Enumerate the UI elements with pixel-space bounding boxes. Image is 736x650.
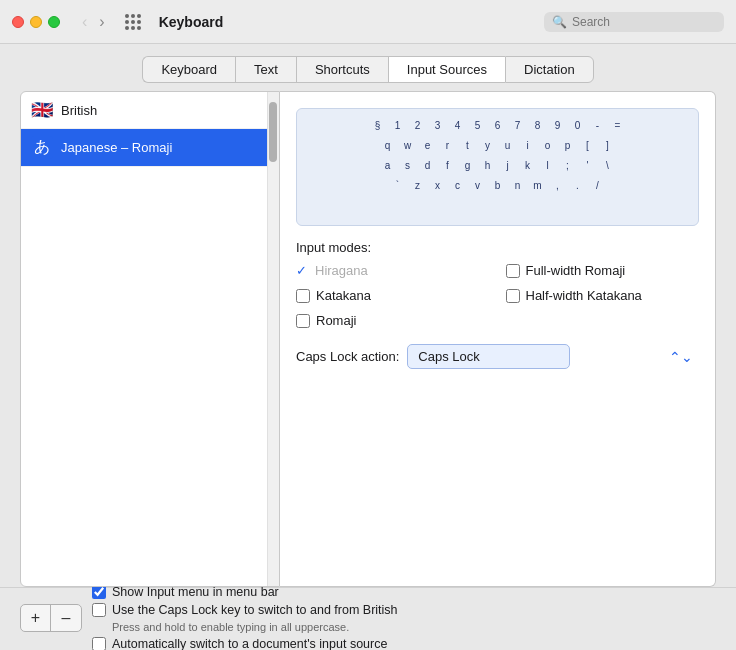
key-t: t: [459, 137, 477, 155]
caps-lock-subtext: Press and hold to enable typing in all u…: [112, 621, 716, 633]
source-japanese-romaji[interactable]: あ Japanese – Romaji: [21, 129, 279, 167]
tab-shortcuts[interactable]: Shortcuts: [296, 56, 388, 83]
key-b: b: [489, 177, 507, 195]
british-flag: 🇬🇧: [31, 99, 53, 121]
sources-panel: 🇬🇧 British あ Japanese – Romaji: [20, 91, 280, 587]
input-modes-label: Input modes:: [296, 240, 699, 255]
key-8: 8: [529, 117, 547, 135]
app-grid-icon[interactable]: [125, 14, 141, 30]
use-caps-lock-row: Use the Caps Lock key to switch to and f…: [92, 603, 716, 617]
half-katakana-label: Half-width Katakana: [526, 288, 642, 303]
half-katakana-checkbox[interactable]: [506, 289, 520, 303]
key-p: p: [559, 137, 577, 155]
key-5: 5: [469, 117, 487, 135]
katakana-label: Katakana: [316, 288, 371, 303]
search-icon: 🔍: [552, 15, 567, 29]
key-m: m: [529, 177, 547, 195]
full-romaji-checkbox[interactable]: [506, 264, 520, 278]
romaji-checkbox[interactable]: [296, 314, 310, 328]
scroll-track[interactable]: [267, 92, 279, 586]
key-0: 0: [569, 117, 587, 135]
key-backslash: \: [599, 157, 617, 175]
mode-half-katakana-row: Half-width Katakana: [506, 288, 700, 303]
tab-text[interactable]: Text: [235, 56, 296, 83]
add-remove-buttons: + –: [20, 604, 82, 632]
nav-buttons: ‹ ›: [78, 11, 109, 33]
mode-hiragana-row: ✓ Hiragana: [296, 263, 490, 278]
options-panel: § 1 2 3 4 5 6 7 8 9 0 - = q w e r t y: [280, 91, 716, 587]
hiragana-check: ✓: [296, 263, 307, 278]
key-quote: ': [579, 157, 597, 175]
keyboard-visual: § 1 2 3 4 5 6 7 8 9 0 - = q w e r t y: [296, 108, 699, 226]
key-semicolon: ;: [559, 157, 577, 175]
tabs-bar: Keyboard Text Shortcuts Input Sources Di…: [0, 44, 736, 91]
key-row-5: [307, 197, 688, 215]
key-f: f: [439, 157, 457, 175]
key-slash: /: [589, 177, 607, 195]
key-opt-r: [580, 197, 610, 215]
key-7: 7: [509, 117, 527, 135]
key-c: c: [449, 177, 467, 195]
tab-keyboard[interactable]: Keyboard: [142, 56, 235, 83]
key-h: h: [479, 157, 497, 175]
key-4: 4: [449, 117, 467, 135]
key-lbracket: [: [579, 137, 597, 155]
mode-romaji-row: Romaji: [296, 313, 490, 328]
key-row-4: ` z x c v b n m , . /: [307, 177, 688, 195]
window-title: Keyboard: [159, 14, 224, 30]
mode-full-romaji-row: Full-width Romaji: [506, 263, 700, 278]
key-ctrl: [354, 197, 394, 215]
tab-dictation[interactable]: Dictation: [505, 56, 594, 83]
bottom-bar: + – Show Input menu in menu bar Use the …: [0, 587, 736, 647]
close-button[interactable]: [12, 16, 24, 28]
source-british[interactable]: 🇬🇧 British: [21, 92, 279, 129]
key-z: z: [409, 177, 427, 195]
mode-katakana-row: Katakana: [296, 288, 490, 303]
search-input[interactable]: [572, 15, 716, 29]
key-v: v: [469, 177, 487, 195]
key-n: n: [509, 177, 527, 195]
key-s: s: [399, 157, 417, 175]
traffic-lights: [12, 16, 60, 28]
caps-lock-select[interactable]: Caps Lock None Switch to ASCII Input: [407, 344, 570, 369]
auto-switch-checkbox[interactable]: [92, 637, 106, 651]
key-d: d: [419, 157, 437, 175]
key-y: y: [479, 137, 497, 155]
use-caps-lock-checkbox[interactable]: [92, 603, 106, 617]
key-backtick: `: [389, 177, 407, 195]
tab-input-sources[interactable]: Input Sources: [388, 56, 505, 83]
key-j: j: [499, 157, 517, 175]
key-period: .: [569, 177, 587, 195]
forward-button[interactable]: ›: [95, 11, 108, 33]
remove-source-button[interactable]: –: [51, 605, 81, 631]
search-bar[interactable]: 🔍: [544, 12, 724, 32]
key-space: [428, 197, 578, 215]
key-1: 1: [389, 117, 407, 135]
maximize-button[interactable]: [48, 16, 60, 28]
british-label: British: [61, 103, 97, 118]
caps-select-wrapper: Caps Lock None Switch to ASCII Input ⌃⌄: [407, 344, 699, 369]
key-sect: §: [369, 117, 387, 135]
use-caps-lock-label: Use the Caps Lock key to switch to and f…: [112, 603, 398, 617]
caps-lock-label: Caps Lock action:: [296, 349, 399, 364]
minimize-button[interactable]: [30, 16, 42, 28]
romaji-label: Romaji: [316, 313, 356, 328]
key-equals: =: [609, 117, 627, 135]
key-2: 2: [409, 117, 427, 135]
key-u: u: [499, 137, 517, 155]
katakana-checkbox[interactable]: [296, 289, 310, 303]
main-content: 🇬🇧 British あ Japanese – Romaji § 1 2 3 4…: [0, 91, 736, 587]
bottom-options: Show Input menu in menu bar Use the Caps…: [92, 585, 716, 651]
hiragana-label: Hiragana: [315, 263, 368, 278]
key-rbracket: ]: [599, 137, 617, 155]
auto-switch-row: Automatically switch to a document's inp…: [92, 637, 716, 651]
add-source-button[interactable]: +: [21, 605, 51, 631]
titlebar: ‹ › Keyboard 🔍: [0, 0, 736, 44]
full-romaji-label: Full-width Romaji: [526, 263, 626, 278]
key-r: r: [439, 137, 457, 155]
japanese-flag: あ: [31, 136, 53, 159]
key-g: g: [459, 157, 477, 175]
back-button[interactable]: ‹: [78, 11, 91, 33]
key-row-1: § 1 2 3 4 5 6 7 8 9 0 - =: [307, 117, 688, 135]
key-comma: ,: [549, 177, 567, 195]
